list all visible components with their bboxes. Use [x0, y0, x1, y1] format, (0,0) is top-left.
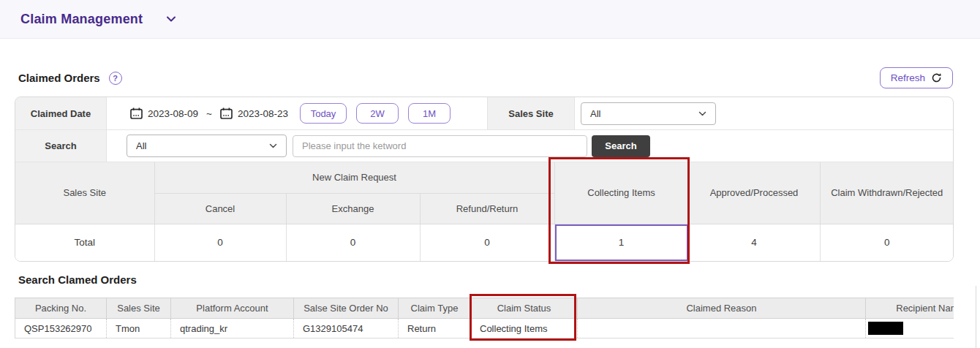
cell-claim-status: Collecting Items [471, 319, 578, 338]
cell-claim-type: Return [399, 319, 471, 338]
summary-claim-withdrawn-rejected-count: 0 [820, 224, 954, 261]
date-from-value[interactable]: 2023-08-09 [148, 108, 198, 119]
filter-row-search: Search All Search [15, 130, 953, 162]
chevron-down-icon [269, 143, 277, 148]
cell-platform-account: qtrading_kr [171, 319, 294, 338]
orders-table-header-row: Packing No. Sales Site Platform Account … [15, 298, 954, 319]
col-platform-account: Platform Account [171, 298, 294, 319]
claim-summary-table: Sales Site New Claim Request Collecting … [15, 162, 954, 261]
search-filter-label: Search [15, 130, 107, 162]
summary-cancel-count: 0 [154, 224, 286, 261]
summary-col-new-claim-request: New Claim Request [154, 162, 554, 193]
summary-col-refund-return: Refund/Return [420, 193, 554, 224]
summary-col-collecting-items: Collecting Items [554, 162, 688, 224]
col-sales-site: Sales Site [107, 298, 171, 319]
col-claim-status: Claim Status [471, 298, 578, 319]
sales-site-filter-label: Sales Site [487, 97, 575, 129]
summary-approved-processed-count: 4 [688, 224, 820, 261]
one-month-button[interactable]: 1M [408, 103, 451, 124]
date-range-separator: ~ [206, 108, 212, 119]
cell-sales-site: Tmon [107, 319, 171, 338]
two-week-button[interactable]: 2W [356, 103, 399, 124]
help-icon[interactable]: ? [109, 72, 122, 85]
summary-total-row: Total 0 0 0 1 4 0 [15, 224, 954, 261]
refresh-button-label: Refresh [891, 72, 925, 83]
table-row[interactable]: QSP153262970 Tmon qtrading_kr G132910547… [15, 319, 954, 338]
search-button[interactable]: Search [592, 135, 650, 157]
sales-site-selected-value: All [590, 108, 600, 119]
summary-refund-return-count: 0 [420, 224, 554, 261]
redacted-recipient-name [868, 322, 903, 335]
summary-col-approved-processed: Approved/Processed [688, 162, 820, 224]
calendar-icon[interactable] [130, 107, 143, 119]
chevron-down-icon[interactable] [166, 16, 176, 22]
summary-col-exchange: Exchange [286, 193, 420, 224]
today-button[interactable]: Today [300, 103, 347, 124]
date-to-value[interactable]: 2023-08-23 [238, 108, 288, 119]
summary-exchange-count: 0 [286, 224, 420, 261]
date-range-group: 2023-08-09 ~ 2023-08-23 [130, 107, 288, 119]
summary-col-sales-site: Sales Site [15, 162, 154, 224]
refresh-icon [931, 72, 942, 83]
claimed-orders-heading: Claimed Orders [18, 72, 100, 84]
cell-recipient-name [866, 319, 954, 338]
topbar: Claim Management [0, 0, 980, 39]
claimed-orders-header: Claimed Orders ? Refresh [18, 67, 953, 88]
col-sales-site-order-no: Salse Site Order No [294, 298, 399, 319]
search-type-select[interactable]: All [127, 135, 287, 157]
keyword-input[interactable] [293, 135, 587, 157]
claimed-date-label: Claimed Date [15, 97, 107, 129]
refresh-button[interactable]: Refresh [880, 67, 953, 88]
cell-packing-no: QSP153262970 [15, 319, 107, 338]
col-recipient-name: Recipient Name [866, 298, 954, 319]
filter-row-claimed-date: Claimed Date 2023-08-09 ~ 2023-08-23 Tod… [15, 97, 953, 130]
page-title: Claim Management [20, 12, 143, 27]
cell-sales-site-order-no: G1329105474 [294, 319, 399, 338]
calendar-icon[interactable] [220, 107, 233, 119]
claimed-orders-panel: Claimed Date 2023-08-09 ~ 2023-08-23 Tod… [15, 97, 954, 262]
search-type-selected-value: All [136, 140, 146, 151]
summary-col-claim-withdrawn-rejected: Claim Withdrawn/Rejected [820, 162, 954, 224]
col-claimed-reason: Claimed Reason [578, 298, 866, 319]
claimed-orders-table-wrap: Packing No. Sales Site Platform Account … [15, 298, 954, 343]
search-claimed-orders-heading: Search Clamed Orders [18, 273, 137, 286]
cell-claimed-reason [578, 319, 866, 338]
col-packing-no: Packing No. [15, 298, 107, 319]
sales-site-select[interactable]: All [581, 102, 716, 125]
col-claim-type: Claim Type [399, 298, 471, 319]
scrollbar-edge [976, 286, 976, 348]
summary-total-label: Total [15, 224, 154, 261]
summary-col-cancel: Cancel [154, 193, 286, 224]
chevron-down-icon [698, 111, 706, 116]
claimed-orders-table: Packing No. Sales Site Platform Account … [15, 298, 954, 338]
summary-collecting-items-count[interactable]: 1 [554, 224, 688, 261]
